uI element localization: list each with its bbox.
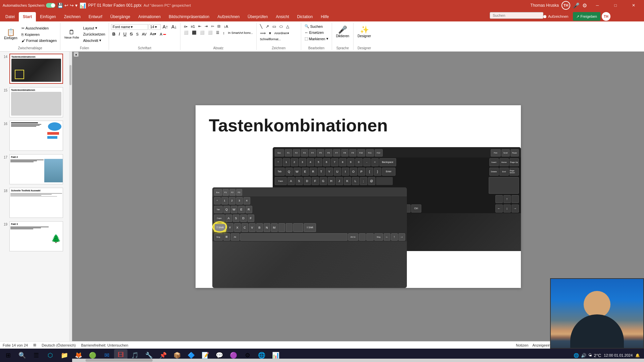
tab-start[interactable]: Start: [19, 12, 36, 21]
clock[interactable]: 12:00 01.01.2024: [604, 353, 633, 357]
bold-button[interactable]: B: [111, 31, 117, 37]
tab-zeichnen[interactable]: Zeichnen: [60, 12, 85, 21]
slide-thumb-16[interactable]: 16: [1, 120, 70, 152]
slide-thumb-17[interactable]: 17 Fakt 2: [1, 154, 70, 185]
layout-button[interactable]: Layout ▾: [82, 25, 107, 31]
user-avatar[interactable]: TH: [561, 1, 570, 10]
schriftart-rows: Font name▾ 14▾ A↑ A↓ B I U S S AV Aa▾ A▬: [111, 23, 178, 37]
arrange-button[interactable]: Anordnen▾: [273, 30, 290, 36]
tab-uebergaenge[interactable]: Übergänge: [106, 12, 134, 21]
start-button[interactable]: ⊞: [1, 349, 15, 361]
indent-more-button[interactable]: ⇥: [203, 23, 209, 29]
text-direction-button[interactable]: ↕A: [222, 24, 229, 29]
einfuegen-button[interactable]: 📋 Einfügen: [2, 25, 19, 43]
slide-thumb-14[interactable]: 14 Tastenkombinationen: [1, 53, 70, 84]
format-uebertragen-button[interactable]: 🖌 Format übertragen: [20, 38, 58, 43]
search-input[interactable]: [490, 12, 543, 19]
slide-thumb-18[interactable]: 18 Schnelle Textfeld Auswahl: [1, 187, 70, 219]
autosave-toggle[interactable]: Automatisches Speichern: [3, 3, 55, 8]
tab-animationen[interactable]: Animationen: [134, 12, 165, 21]
tab-ueberpruefen[interactable]: Überprüfen: [244, 12, 272, 21]
slide-thumb-15[interactable]: 15 Tastenkombinationen: [1, 86, 70, 118]
suchen-button[interactable]: 🔍 Suchen: [303, 23, 330, 29]
autosave-switch[interactable]: [46, 3, 55, 8]
tab-ansicht[interactable]: Ansicht: [272, 12, 293, 21]
justify-button[interactable]: ⬜: [207, 30, 214, 36]
columns-button[interactable]: ⊟: [216, 23, 222, 29]
abschnitt-button[interactable]: Abschnitt ▾: [82, 38, 107, 43]
shape-more[interactable]: ▾: [268, 30, 272, 36]
shape-arrow[interactable]: ⟹: [259, 30, 267, 36]
italic-button[interactable]: I: [117, 31, 121, 37]
shadow-button[interactable]: S: [135, 32, 140, 37]
font-increase-button[interactable]: A↑: [161, 23, 169, 30]
line-spacing-button[interactable]: ↕: [221, 30, 226, 36]
markieren-button[interactable]: ⬚ Markieren ▾: [303, 36, 330, 42]
einfuegen-label: Einfügen: [4, 36, 17, 40]
tab-hilfe[interactable]: Hilfe: [317, 12, 333, 21]
align-right-button[interactable]: ⬜: [199, 30, 206, 36]
indent-less-button[interactable]: ⇤: [197, 23, 203, 29]
align-left-button[interactable]: ⬜: [182, 30, 190, 36]
aufzeichnen-button[interactable]: ⏺ Aufzeichnen: [539, 12, 572, 21]
case-button[interactable]: Aa▾: [149, 31, 158, 37]
designer-btn-ribbon[interactable]: ✨ Designer: [356, 23, 373, 41]
tab-praesentation[interactable]: Bildschirmpräsentation: [165, 12, 213, 21]
undo-icon[interactable]: ↩: [64, 3, 68, 8]
dictation-icon[interactable]: 🎤: [573, 2, 580, 9]
shape-oval[interactable]: ⬭: [278, 23, 284, 29]
language-indicator[interactable]: Deutsch (Österreich): [42, 343, 75, 347]
save-icon[interactable]: 💾: [57, 3, 63, 8]
font-size-selector[interactable]: 14▾: [149, 24, 161, 30]
diktieren-button[interactable]: 🎤 Diktieren: [334, 23, 351, 41]
slide-thumb-19[interactable]: 19 Fakt 3 🌲: [1, 221, 70, 252]
minimize-button[interactable]: ─: [590, 0, 605, 11]
zuruecksetzen-button[interactable]: Zurücksetzen: [82, 32, 107, 37]
tab-datei[interactable]: Datei: [1, 12, 19, 21]
bullets-button[interactable]: ≡•: [182, 24, 189, 29]
search-taskbar-button[interactable]: 🔍: [15, 349, 29, 361]
user-avatar-ribbon[interactable]: TH: [602, 12, 610, 21]
notes-btn[interactable]: Notizen: [516, 343, 528, 347]
panel-scrollbar[interactable]: [69, 52, 72, 341]
tab-entwurf[interactable]: Entwurf: [85, 12, 106, 21]
font-family-selector[interactable]: Font name▾: [111, 24, 148, 30]
shape-1[interactable]: ╲: [259, 23, 264, 29]
scroll-up-button[interactable]: ▲: [74, 52, 78, 57]
network-icon[interactable]: 🌐: [574, 353, 579, 358]
font-decrease-button[interactable]: A↓: [170, 23, 178, 30]
char-spacing-button[interactable]: AV: [141, 32, 148, 37]
numbered-list-button[interactable]: ≡1: [190, 24, 197, 29]
smartart-button[interactable]: In SmartArt konv...: [227, 31, 254, 35]
quick-styles-button[interactable]: Schnellformat...: [259, 37, 282, 42]
settings-icon-titlebar[interactable]: ⚙: [582, 2, 587, 9]
align-center-button[interactable]: ⬛: [191, 30, 198, 36]
tab-aufzeichnen[interactable]: Aufzeichnen: [213, 12, 244, 21]
ausschneiden-button[interactable]: ✂ Ausschneiden: [20, 25, 58, 31]
shape-triangle[interactable]: △: [285, 23, 290, 29]
redo-icon[interactable]: ↪: [70, 3, 74, 8]
tab-dictation[interactable]: Dictation: [293, 12, 317, 21]
tab-einfuegen[interactable]: Einfügen: [36, 12, 60, 21]
explorer-button[interactable]: 📁: [58, 349, 71, 361]
taskview-button[interactable]: ☰: [30, 349, 43, 361]
font-color-button[interactable]: A▬: [158, 32, 167, 37]
neue-folie-button[interactable]: 🗒 Neue Folie: [62, 25, 81, 43]
shape-2[interactable]: ↗: [264, 23, 270, 29]
notification-btn[interactable]: 🔔: [635, 353, 640, 358]
restore-button[interactable]: □: [608, 0, 623, 11]
underline-button[interactable]: U: [122, 31, 128, 37]
accessibility-indicator[interactable]: Barrierefreiheit: Untersuchen: [81, 343, 128, 347]
more-icon[interactable]: ▾: [75, 3, 77, 8]
close-button[interactable]: ✕: [626, 0, 641, 11]
align-dist-button[interactable]: ☰: [215, 30, 221, 36]
ersetzen-button[interactable]: ↔ Ersetzen: [303, 30, 330, 35]
kopieren-button[interactable]: ⎘ Kopieren: [20, 32, 58, 37]
volume-icon[interactable]: 🔊: [581, 353, 586, 358]
cut-icon: ✂: [21, 26, 24, 31]
rtl-button[interactable]: ⇦: [210, 23, 215, 29]
shape-rect[interactable]: ▭: [271, 23, 277, 29]
freigeben-button[interactable]: ↗ Freigeben: [573, 12, 600, 21]
edge-button[interactable]: ⬡: [44, 349, 57, 361]
strikethrough-button[interactable]: S: [128, 31, 134, 37]
